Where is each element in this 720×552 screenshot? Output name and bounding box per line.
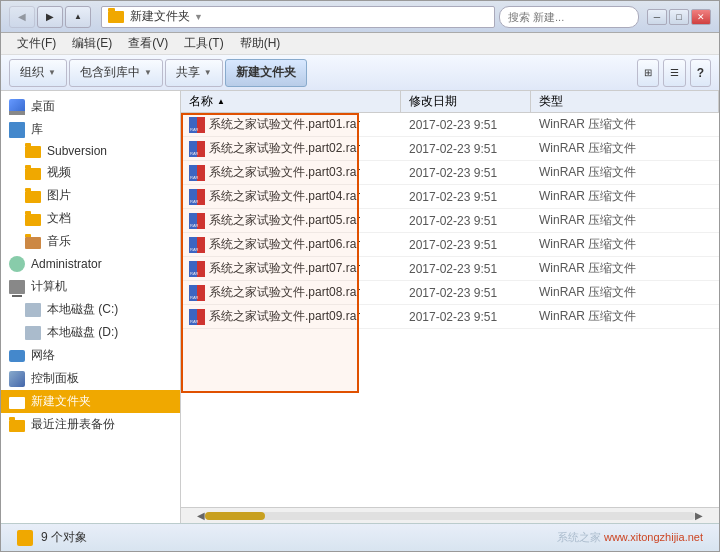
forward-button[interactable]: ▶ xyxy=(37,6,63,28)
window-controls: ─ □ ✕ xyxy=(647,9,711,25)
address-bar[interactable]: 新建文件夹 ▼ xyxy=(101,6,495,28)
rar-icon: RAR xyxy=(189,189,205,205)
svg-rect-33 xyxy=(197,237,205,245)
file-name: RAR 系统之家试验文件.part04.rar xyxy=(181,188,401,205)
svg-text:RAR: RAR xyxy=(190,127,199,132)
svg-rect-49 xyxy=(189,309,197,317)
nav-buttons: ◀ ▶ ▲ xyxy=(9,6,91,28)
address-arrow: ▼ xyxy=(194,12,203,22)
sidebar-item-administrator[interactable]: Administrator xyxy=(1,253,180,275)
file-type: WinRAR 压缩文件 xyxy=(531,236,719,253)
svg-rect-13 xyxy=(189,165,197,173)
col-date-header[interactable]: 修改日期 xyxy=(401,91,531,112)
sidebar-item-music[interactable]: 音乐 xyxy=(1,230,180,253)
table-row[interactable]: RAR 系统之家试验文件.part08.rar 2017-02-23 9:51 … xyxy=(181,281,719,305)
toolbar-view-list[interactable]: ☰ xyxy=(663,59,686,87)
table-row[interactable]: RAR 系统之家试验文件.part03.rar 2017-02-23 9:51 … xyxy=(181,161,719,185)
organize-arrow: ▼ xyxy=(48,68,56,77)
svg-rect-21 xyxy=(197,189,205,197)
svg-text:RAR: RAR xyxy=(190,295,199,300)
close-button[interactable]: ✕ xyxy=(691,9,711,25)
file-name: RAR 系统之家试验文件.part01.rar xyxy=(181,116,401,133)
file-date: 2017-02-23 9:51 xyxy=(401,238,531,252)
sidebar-item-desktop[interactable]: 桌面 xyxy=(1,95,180,118)
menu-help[interactable]: 帮助(H) xyxy=(232,33,289,54)
sidebar-item-new-folder[interactable]: 新建文件夹 xyxy=(1,390,180,413)
file-date: 2017-02-23 9:51 xyxy=(401,118,531,132)
sidebar-item-network[interactable]: 网络 xyxy=(1,344,180,367)
file-name: RAR 系统之家试验文件.part05.rar xyxy=(181,212,401,229)
table-row[interactable]: RAR 系统之家试验文件.part07.rar 2017-02-23 9:51 … xyxy=(181,257,719,281)
pictures-folder-icon xyxy=(25,191,41,203)
toolbar-share[interactable]: 共享 ▼ xyxy=(165,59,223,87)
toolbar-organize[interactable]: 组织 ▼ xyxy=(9,59,67,87)
toolbar-new-folder[interactable]: 新建文件夹 xyxy=(225,59,307,87)
table-row[interactable]: RAR 系统之家试验文件.part09.rar 2017-02-23 9:51 … xyxy=(181,305,719,329)
rar-icon: RAR xyxy=(189,309,205,325)
table-row[interactable]: RAR 系统之家试验文件.part06.rar 2017-02-23 9:51 … xyxy=(181,233,719,257)
library-icon xyxy=(9,122,25,138)
sidebar-item-control-panel[interactable]: 控制面板 xyxy=(1,367,180,390)
music-folder-icon xyxy=(25,237,41,249)
sidebar-item-documents[interactable]: 文档 xyxy=(1,207,180,230)
include-library-arrow: ▼ xyxy=(144,68,152,77)
sidebar-item-library[interactable]: 库 xyxy=(1,118,180,141)
share-arrow: ▼ xyxy=(204,68,212,77)
toolbar-view-toggle[interactable]: ⊞ xyxy=(637,59,659,87)
col-name-header[interactable]: 名称 ▲ xyxy=(181,91,401,112)
file-list[interactable]: RAR 系统之家试验文件.part01.rar 2017-02-23 9:51 … xyxy=(181,113,719,507)
minimize-button[interactable]: ─ xyxy=(647,9,667,25)
status-count: 9 个对象 xyxy=(41,529,87,546)
table-row[interactable]: RAR 系统之家试验文件.part01.rar 2017-02-23 9:51 … xyxy=(181,113,719,137)
sort-arrow: ▲ xyxy=(217,97,225,106)
table-row[interactable]: RAR 系统之家试验文件.part04.rar 2017-02-23 9:51 … xyxy=(181,185,719,209)
h-scroll-thumb[interactable] xyxy=(205,512,265,520)
file-rows-container: RAR 系统之家试验文件.part01.rar 2017-02-23 9:51 … xyxy=(181,113,719,329)
back-button[interactable]: ◀ xyxy=(9,6,35,28)
file-name: RAR 系统之家试验文件.part02.rar xyxy=(181,140,401,157)
menu-tools[interactable]: 工具(T) xyxy=(176,33,231,54)
svg-rect-43 xyxy=(189,285,197,293)
h-scrollbar[interactable]: ◀ ▶ xyxy=(181,507,719,523)
svg-text:RAR: RAR xyxy=(190,319,199,324)
file-type: WinRAR 压缩文件 xyxy=(531,164,719,181)
rar-icon: RAR xyxy=(189,213,205,229)
h-scroll-track[interactable] xyxy=(205,512,695,520)
file-type: WinRAR 压缩文件 xyxy=(531,188,719,205)
file-date: 2017-02-23 9:51 xyxy=(401,286,531,300)
file-name: RAR 系统之家试验文件.part06.rar xyxy=(181,236,401,253)
sidebar-item-local-c[interactable]: 本地磁盘 (C:) xyxy=(1,298,180,321)
svg-rect-19 xyxy=(189,189,197,197)
file-header: 名称 ▲ 修改日期 类型 xyxy=(181,91,719,113)
user-icon xyxy=(9,256,25,272)
sidebar-item-video[interactable]: 视频 xyxy=(1,161,180,184)
sidebar-item-recent-backup[interactable]: 最近注册表备份 xyxy=(1,413,180,436)
rar-icon: RAR xyxy=(189,141,205,157)
table-row[interactable]: RAR 系统之家试验文件.part02.rar 2017-02-23 9:51 … xyxy=(181,137,719,161)
scroll-left-btn[interactable]: ◀ xyxy=(197,510,205,521)
network-icon xyxy=(9,350,25,362)
control-panel-icon xyxy=(9,371,25,387)
toolbar-help[interactable]: ? xyxy=(690,59,711,87)
maximize-button[interactable]: □ xyxy=(669,9,689,25)
address-text: 新建文件夹 xyxy=(130,8,190,25)
svg-text:RAR: RAR xyxy=(190,271,199,276)
col-type-header[interactable]: 类型 xyxy=(531,91,719,112)
search-box[interactable]: 🔍 xyxy=(499,6,639,28)
search-input[interactable] xyxy=(508,11,646,23)
sidebar-item-pictures[interactable]: 图片 xyxy=(1,184,180,207)
table-row[interactable]: RAR 系统之家试验文件.part05.rar 2017-02-23 9:51 … xyxy=(181,209,719,233)
menu-edit[interactable]: 编辑(E) xyxy=(64,33,120,54)
documents-folder-icon xyxy=(25,214,41,226)
file-pane: 名称 ▲ 修改日期 类型 xyxy=(181,91,719,523)
file-type: WinRAR 压缩文件 xyxy=(531,140,719,157)
menu-view[interactable]: 查看(V) xyxy=(120,33,176,54)
scroll-right-btn[interactable]: ▶ xyxy=(695,510,703,521)
menu-file[interactable]: 文件(F) xyxy=(9,33,64,54)
up-button[interactable]: ▲ xyxy=(65,6,91,28)
desktop-icon xyxy=(9,99,25,115)
toolbar-include-library[interactable]: 包含到库中 ▼ xyxy=(69,59,163,87)
sidebar-item-computer[interactable]: 计算机 xyxy=(1,275,180,298)
sidebar-item-subversion[interactable]: Subversion xyxy=(1,141,180,161)
sidebar-item-local-d[interactable]: 本地磁盘 (D:) xyxy=(1,321,180,344)
